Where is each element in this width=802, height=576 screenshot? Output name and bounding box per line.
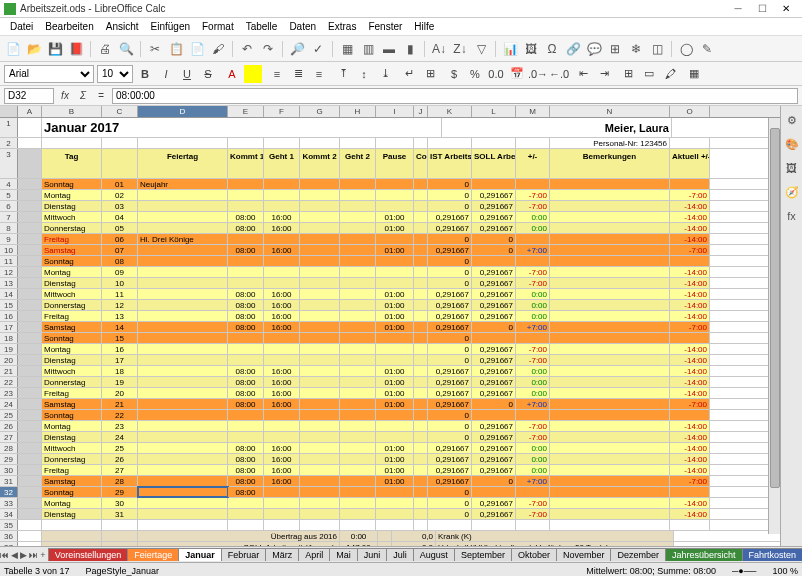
- col-icon[interactable]: ▥: [359, 40, 377, 58]
- menu-einfügen[interactable]: Einfügen: [145, 19, 196, 34]
- cell[interactable]: 0: [428, 333, 472, 343]
- cell[interactable]: 16:00: [264, 443, 300, 453]
- cell[interactable]: 01:00: [376, 223, 414, 233]
- cell[interactable]: [670, 256, 710, 266]
- cell[interactable]: 0,291667: [428, 366, 472, 376]
- cell[interactable]: [414, 498, 428, 508]
- row-header[interactable]: 13: [0, 278, 18, 288]
- cell[interactable]: [264, 344, 300, 354]
- shapes-icon[interactable]: ◯: [677, 40, 695, 58]
- cell[interactable]: [376, 333, 414, 343]
- cell[interactable]: [300, 278, 340, 288]
- cell[interactable]: [670, 179, 710, 189]
- open-icon[interactable]: 📂: [25, 40, 43, 58]
- cell[interactable]: [550, 443, 670, 453]
- col-header-B[interactable]: B: [42, 106, 102, 117]
- cell[interactable]: Donnerstag: [42, 223, 102, 233]
- save-icon[interactable]: 💾: [46, 40, 64, 58]
- cell[interactable]: -14:00: [670, 465, 710, 475]
- cell[interactable]: [228, 410, 264, 420]
- cell[interactable]: [228, 498, 264, 508]
- cell[interactable]: Sonntag: [42, 333, 102, 343]
- cell[interactable]: [18, 388, 42, 398]
- cell[interactable]: [414, 138, 428, 148]
- cell[interactable]: [18, 245, 42, 255]
- cell[interactable]: 01:00: [376, 245, 414, 255]
- cell[interactable]: [472, 138, 516, 148]
- col-header-L[interactable]: L: [472, 106, 516, 117]
- cell[interactable]: [516, 256, 550, 266]
- cell[interactable]: [340, 179, 376, 189]
- headers-icon[interactable]: ⊞: [606, 40, 624, 58]
- cell[interactable]: [340, 322, 376, 332]
- cell[interactable]: [550, 179, 670, 189]
- cell[interactable]: 0,291667: [428, 223, 472, 233]
- cell[interactable]: 08:00: [228, 322, 264, 332]
- cell[interactable]: 0,291667: [428, 476, 472, 486]
- wrap-button[interactable]: ↵: [400, 65, 418, 83]
- cell[interactable]: [228, 267, 264, 277]
- cell[interactable]: [18, 476, 42, 486]
- cell[interactable]: [18, 366, 42, 376]
- cell[interactable]: 0,291667: [472, 454, 516, 464]
- cell[interactable]: [670, 333, 710, 343]
- cell[interactable]: [414, 234, 428, 244]
- row-header[interactable]: 15: [0, 300, 18, 310]
- tab-juli[interactable]: Juli: [386, 548, 414, 561]
- cell[interactable]: [414, 476, 428, 486]
- cell[interactable]: [264, 201, 300, 211]
- cell[interactable]: 16:00: [264, 212, 300, 222]
- cell[interactable]: -14:00: [670, 344, 710, 354]
- cell[interactable]: [18, 443, 42, 453]
- cell[interactable]: [414, 190, 428, 200]
- font-name-select[interactable]: Arial: [4, 65, 94, 83]
- cell[interactable]: [376, 234, 414, 244]
- cell[interactable]: 25: [102, 443, 138, 453]
- cell[interactable]: [414, 454, 428, 464]
- cell[interactable]: -14:00: [670, 421, 710, 431]
- cell[interactable]: [18, 267, 42, 277]
- cell[interactable]: [414, 509, 428, 519]
- cell[interactable]: 08:00: [228, 311, 264, 321]
- menu-daten[interactable]: Daten: [283, 19, 322, 34]
- cell[interactable]: [340, 355, 376, 365]
- cell[interactable]: [340, 476, 376, 486]
- cell[interactable]: [300, 212, 340, 222]
- cell[interactable]: 147:00: [340, 542, 378, 546]
- cell[interactable]: Dienstag: [42, 509, 102, 519]
- cell[interactable]: 0,291667: [428, 300, 472, 310]
- cell[interactable]: [550, 300, 670, 310]
- cell[interactable]: 13: [102, 311, 138, 321]
- cell[interactable]: -14:00: [670, 267, 710, 277]
- tab-april[interactable]: April: [298, 548, 330, 561]
- cell[interactable]: [516, 487, 550, 497]
- menu-hilfe[interactable]: Hilfe: [408, 19, 440, 34]
- cell[interactable]: [18, 399, 42, 409]
- spell-icon[interactable]: ✓: [309, 40, 327, 58]
- cell[interactable]: [340, 300, 376, 310]
- cell[interactable]: [300, 476, 340, 486]
- cell[interactable]: [340, 487, 376, 497]
- cell[interactable]: [340, 399, 376, 409]
- cell[interactable]: 0,291667: [428, 454, 472, 464]
- cell[interactable]: [550, 344, 670, 354]
- cell[interactable]: 0,291667: [472, 432, 516, 442]
- cell[interactable]: [550, 377, 670, 387]
- cell[interactable]: 01:00: [376, 454, 414, 464]
- filter-icon[interactable]: ▽: [472, 40, 490, 58]
- cell[interactable]: 01:00: [376, 476, 414, 486]
- cell[interactable]: [138, 520, 228, 530]
- cell[interactable]: -7:00: [516, 267, 550, 277]
- spreadsheet[interactable]: ABCDEFGHIJKLMNO 1Januar 2017Meier, Laura…: [0, 106, 780, 546]
- cell[interactable]: [228, 138, 264, 148]
- cell[interactable]: [340, 311, 376, 321]
- tab-september[interactable]: September: [454, 548, 512, 561]
- cell[interactable]: [670, 487, 710, 497]
- cell[interactable]: Personal-Nr: 123456: [550, 138, 670, 148]
- formula-input[interactable]: 08:00:00: [112, 88, 798, 104]
- equals-icon[interactable]: =: [94, 89, 108, 103]
- cell[interactable]: [264, 520, 300, 530]
- cell[interactable]: [340, 377, 376, 387]
- cell[interactable]: Code: [414, 149, 428, 178]
- percent-button[interactable]: %: [466, 65, 484, 83]
